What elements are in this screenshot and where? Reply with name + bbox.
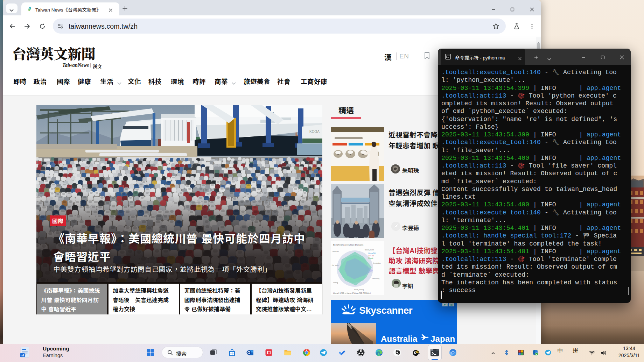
svg-text:Llama-TW: Llama-TW xyxy=(368,253,376,254)
svg-text:math_solving: math_solving xyxy=(354,289,364,291)
svg-text:coding: coding xyxy=(333,282,338,284)
svg-text:Llama-3 1 70B vs Llama-3-Taiwa: Llama-3 1 70B vs Llama-3-Taiwan-70B (TMM… xyxy=(333,292,371,294)
svg-text:accuracy: accuracy xyxy=(332,250,339,252)
svg-text:nlp_tasks: nlp_tasks xyxy=(332,264,339,266)
svg-text:Benchmark on multiple Domains: Benchmark on multiple Domains xyxy=(333,244,363,246)
svg-text:knowledge: knowledge xyxy=(373,262,381,264)
svg-text:Claude: Claude xyxy=(368,257,373,259)
svg-text:GPT-4o: GPT-4o xyxy=(368,255,374,257)
svg-text:reasoning: reasoning xyxy=(372,278,380,279)
svg-text:KOGA: KOGA xyxy=(309,130,320,134)
svg-text:taiwan_news: taiwan_news xyxy=(365,249,374,251)
